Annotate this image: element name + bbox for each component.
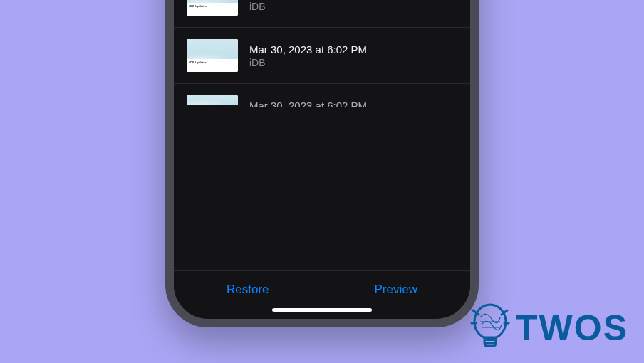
version-list[interactable]: iDB Updates iDB iDB Updates Mar 30, 2023… xyxy=(174,0,470,270)
list-item[interactable]: iDB Updates Mar 30, 2023 at 6:03 PM iDB xyxy=(174,0,470,28)
phone-frame: iDB Updates iDB iDB Updates Mar 30, 2023… xyxy=(165,0,479,327)
list-item[interactable]: iDB Updates Mar 30, 2023 at 6:02 PM iDB xyxy=(174,28,470,84)
thumbnail: iDB Updates xyxy=(187,39,238,72)
restore-button[interactable]: Restore xyxy=(212,280,284,300)
thumbnail: iDB Updates xyxy=(187,0,238,16)
preview-button[interactable]: Preview xyxy=(360,280,432,300)
home-indicator[interactable] xyxy=(272,308,372,312)
brand-text: TWOS xyxy=(516,307,628,349)
lightbulb-icon xyxy=(470,303,510,353)
item-name: iDB xyxy=(249,57,457,68)
list-item[interactable]: Mar 30, 2023 at 6:02 PM xyxy=(174,84,470,112)
item-name: iDB xyxy=(249,1,457,12)
thumbnail xyxy=(187,95,238,105)
item-date: Mar 30, 2023 at 6:02 PM xyxy=(249,43,457,56)
item-date: Mar 30, 2023 at 6:02 PM xyxy=(249,100,457,107)
bottom-toolbar: Restore Preview xyxy=(174,270,470,304)
screen: iDB Updates iDB iDB Updates Mar 30, 2023… xyxy=(174,0,470,319)
brand-logo: TWOS xyxy=(470,303,628,353)
